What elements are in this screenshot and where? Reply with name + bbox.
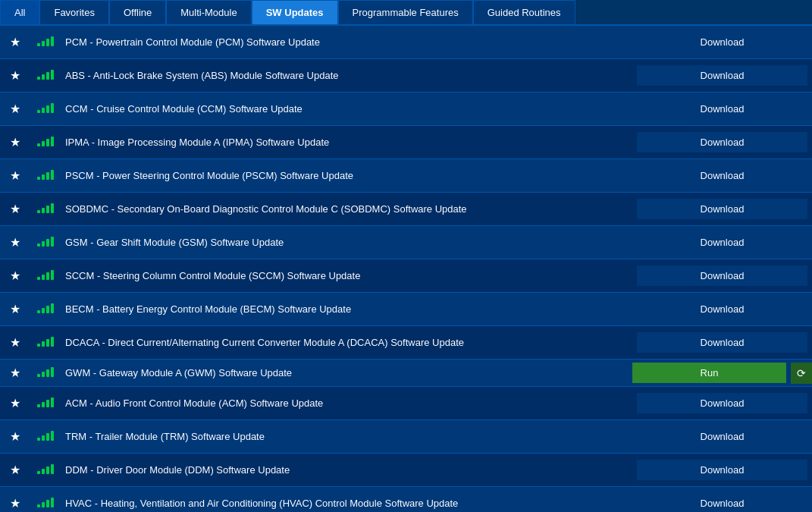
- star-icon: ★: [10, 269, 20, 282]
- signal-indicator: [30, 387, 61, 420]
- action-cell[interactable]: Download: [632, 420, 812, 454]
- download-button[interactable]: Download: [637, 332, 807, 353]
- download-button[interactable]: Download: [637, 232, 807, 253]
- tab-offline[interactable]: Offline: [109, 0, 166, 24]
- download-button[interactable]: Download: [637, 299, 807, 319]
- favorite-star[interactable]: ★: [0, 159, 30, 193]
- module-name: DDM - Driver Door Module (DDM) Software …: [61, 454, 632, 487]
- download-button[interactable]: Download: [637, 265, 807, 286]
- action-cell[interactable]: Download: [632, 387, 812, 420]
- signal-bars-icon: [37, 236, 54, 247]
- signal-bars-icon: [37, 497, 54, 507]
- signal-indicator: [30, 454, 61, 487]
- signal-indicator: [30, 226, 61, 259]
- star-icon: ★: [10, 366, 20, 379]
- action-cell[interactable]: Download: [632, 226, 812, 259]
- action-cell[interactable]: Download: [632, 259, 812, 293]
- table-row: ★DCACA - Direct Current/Alternating Curr…: [0, 326, 812, 360]
- favorite-star[interactable]: ★: [0, 487, 30, 513]
- table-row: ★PSCM - Power Steering Control Module (P…: [0, 159, 812, 193]
- favorite-star[interactable]: ★: [0, 26, 30, 59]
- star-icon: ★: [10, 69, 20, 82]
- favorite-star[interactable]: ★: [0, 59, 30, 93]
- download-button[interactable]: Download: [637, 132, 807, 152]
- signal-bars-icon: [37, 366, 54, 377]
- action-cell[interactable]: Download: [632, 293, 812, 326]
- favorite-star[interactable]: ★: [0, 93, 30, 126]
- favorite-star[interactable]: ★: [0, 387, 30, 420]
- signal-indicator: [30, 487, 61, 513]
- signal-indicator: [30, 93, 61, 126]
- star-icon: ★: [10, 136, 20, 149]
- action-cell[interactable]: Download: [632, 159, 812, 193]
- run-action-container: Run ⟳: [632, 363, 812, 384]
- download-button[interactable]: Download: [637, 99, 807, 119]
- module-name: GWM - Gateway Module A (GWM) Software Up…: [61, 360, 632, 387]
- module-name: GSM - Gear Shift Module (GSM) Software U…: [61, 226, 632, 259]
- star-icon: ★: [10, 397, 20, 410]
- spinner-button[interactable]: ⟳: [791, 363, 812, 384]
- download-button[interactable]: Download: [637, 426, 807, 447]
- download-button[interactable]: Download: [637, 32, 807, 52]
- action-cell[interactable]: Download: [632, 59, 812, 93]
- action-cell[interactable]: Download: [632, 487, 812, 513]
- tab-multi-module[interactable]: Multi-Module: [166, 0, 251, 24]
- signal-indicator: [30, 326, 61, 360]
- module-name: SOBDMC - Secondary On-Board Diagnostic C…: [61, 193, 632, 226]
- signal-bars-icon: [37, 203, 54, 213]
- tab-guided-routines[interactable]: Guided Routines: [473, 0, 575, 24]
- action-cell[interactable]: Download: [632, 326, 812, 360]
- action-cell[interactable]: Download: [632, 126, 812, 159]
- tab-favorites[interactable]: Favorites: [39, 0, 108, 24]
- tab-all[interactable]: All: [0, 0, 39, 24]
- favorite-star[interactable]: ★: [0, 420, 30, 454]
- action-cell[interactable]: Download: [632, 454, 812, 487]
- module-name: CCM - Cruise Control Module (CCM) Softwa…: [61, 93, 632, 126]
- download-button[interactable]: Download: [637, 493, 807, 512]
- signal-indicator: [30, 126, 61, 159]
- favorite-star[interactable]: ★: [0, 259, 30, 293]
- star-icon: ★: [10, 102, 20, 115]
- signal-indicator: [30, 159, 61, 193]
- favorite-star[interactable]: ★: [0, 226, 30, 259]
- tab-programmable-features[interactable]: Programmable Features: [338, 0, 473, 24]
- table-row: ★BECM - Battery Energy Control Module (B…: [0, 293, 812, 326]
- action-cell[interactable]: Download: [632, 193, 812, 226]
- signal-indicator: [30, 59, 61, 93]
- favorite-star[interactable]: ★: [0, 193, 30, 226]
- favorite-star[interactable]: ★: [0, 360, 30, 387]
- star-icon: ★: [10, 169, 20, 182]
- favorite-star[interactable]: ★: [0, 326, 30, 360]
- module-name: PCM - Powertrain Control Module (PCM) So…: [61, 26, 632, 59]
- run-button[interactable]: Run: [632, 363, 786, 383]
- action-cell[interactable]: Download: [632, 26, 812, 59]
- star-icon: ★: [10, 303, 20, 316]
- star-icon: ★: [10, 463, 20, 476]
- table-row: ★SCCM - Steering Column Control Module (…: [0, 259, 812, 293]
- table-row: ★PCM - Powertrain Control Module (PCM) S…: [0, 26, 812, 59]
- download-button[interactable]: Download: [637, 393, 807, 413]
- signal-indicator: [30, 259, 61, 293]
- signal-indicator: [30, 26, 61, 59]
- tab-sw-updates[interactable]: SW Updates: [252, 0, 338, 24]
- signal-bars-icon: [37, 336, 54, 347]
- table-row: ★CCM - Cruise Control Module (CCM) Softw…: [0, 93, 812, 126]
- signal-indicator: [30, 360, 61, 387]
- action-cell[interactable]: Run ⟳: [632, 360, 812, 387]
- download-button[interactable]: Download: [637, 65, 807, 86]
- module-name: IPMA - Image Processing Module A (IPMA) …: [61, 126, 632, 159]
- star-icon: ★: [10, 497, 20, 510]
- signal-bars-icon: [37, 397, 54, 407]
- favorite-star[interactable]: ★: [0, 126, 30, 159]
- signal-bars-icon: [37, 430, 54, 441]
- table-row: ★DDM - Driver Door Module (DDM) Software…: [0, 454, 812, 487]
- table-row: ★HVAC - Heating, Ventilation and Air Con…: [0, 487, 812, 513]
- table-row: ★TRM - Trailer Module (TRM) Software Upd…: [0, 420, 812, 454]
- signal-bars-icon: [37, 269, 54, 280]
- action-cell[interactable]: Download: [632, 93, 812, 126]
- favorite-star[interactable]: ★: [0, 293, 30, 326]
- download-button[interactable]: Download: [637, 165, 807, 186]
- download-button[interactable]: Download: [637, 460, 807, 480]
- download-button[interactable]: Download: [637, 199, 807, 219]
- favorite-star[interactable]: ★: [0, 454, 30, 487]
